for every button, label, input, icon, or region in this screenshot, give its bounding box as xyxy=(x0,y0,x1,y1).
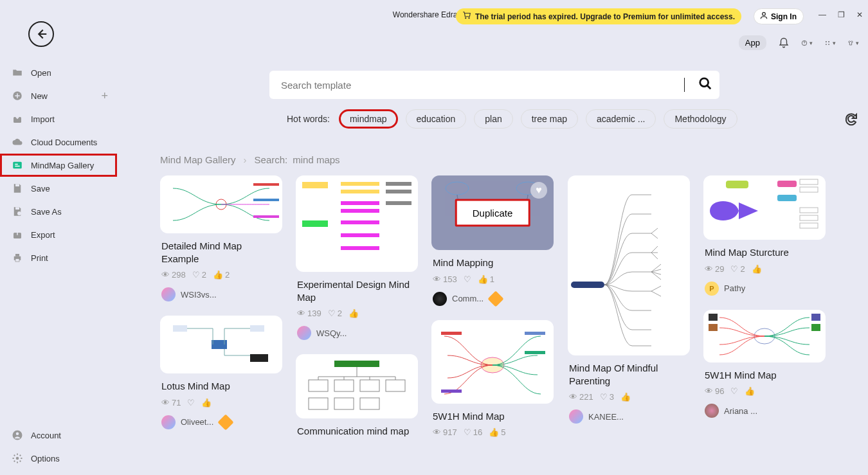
favorite-button[interactable]: ♥ xyxy=(530,182,547,199)
avatar: P xyxy=(705,282,719,296)
window-controls[interactable]: — ❐ ✕ xyxy=(818,10,863,19)
thumbnail[interactable] xyxy=(431,320,554,404)
likes-stat: 👍 xyxy=(348,309,359,318)
refresh-button[interactable] xyxy=(844,111,859,129)
gear-icon xyxy=(12,453,23,464)
sidebar-item-import[interactable]: Import xyxy=(0,107,117,130)
back-button[interactable] xyxy=(28,21,54,47)
maximize-icon[interactable]: ❐ xyxy=(838,10,845,19)
main: Hot words: mindmap education plan tree m… xyxy=(129,35,868,475)
hotword-plan[interactable]: plan xyxy=(474,109,512,129)
thumbnail[interactable] xyxy=(296,354,418,418)
search-input[interactable] xyxy=(269,80,684,91)
sidebar-item-saveas[interactable]: Save As xyxy=(0,200,117,223)
svg-rect-56 xyxy=(441,390,462,393)
sidebar-item-label: Save xyxy=(31,184,50,193)
hotword-education[interactable]: education xyxy=(406,109,467,129)
svg-rect-29 xyxy=(302,182,328,188)
likes-stat: 👍 xyxy=(201,398,212,408)
hearts-stat: ♡ xyxy=(464,274,471,284)
gallery-card[interactable]: Mind Map Of Mindful Parenting 👁221 ♡3 👍 … xyxy=(568,175,690,424)
minimize-icon[interactable]: — xyxy=(818,10,826,19)
svg-rect-23 xyxy=(253,199,279,201)
gallery-card[interactable]: Communication mind map xyxy=(296,354,418,438)
likes-stat: 👍 xyxy=(745,386,755,396)
hotword-treemap[interactable]: tree map xyxy=(521,109,578,129)
signin-label: Sign In xyxy=(771,12,797,21)
sidebar-item-account[interactable]: Account xyxy=(0,424,117,447)
gallery-card[interactable]: 5W1H Mind Map 👁917 ♡16 👍5 xyxy=(431,320,554,438)
views-stat: 👁29 xyxy=(705,264,724,274)
divider xyxy=(684,78,685,92)
hotword-mindmap[interactable]: mindmap xyxy=(339,109,398,129)
svg-rect-62 xyxy=(800,179,818,184)
gallery-card[interactable]: Mind Map Sturcture 👁29 ♡2 👍 P Pathy xyxy=(703,175,826,296)
thumbnail[interactable] xyxy=(703,175,826,240)
close-icon[interactable]: ✕ xyxy=(856,10,863,19)
svg-rect-34 xyxy=(341,209,379,213)
avatar xyxy=(433,292,447,306)
sidebar-item-save[interactable]: Save xyxy=(0,177,117,200)
sidebar-item-label: MindMap Gallery xyxy=(31,161,94,170)
thumbnail[interactable] xyxy=(568,175,690,355)
export-icon xyxy=(12,229,23,240)
sidebar-item-export[interactable]: Export xyxy=(0,223,117,246)
chevron-right-icon: › xyxy=(244,154,247,165)
card-stats: 👁917 ♡16 👍5 xyxy=(431,427,554,437)
hearts-stat: ♡2 xyxy=(730,264,745,274)
gallery-card[interactable]: Experimental Design Mind Map 👁139 ♡2 👍 W… xyxy=(296,175,418,340)
svg-rect-38 xyxy=(386,182,411,186)
card-author: Ariana ... xyxy=(703,404,826,418)
hotword-academic[interactable]: academic ... xyxy=(586,109,656,129)
gallery-card[interactable]: Lotus Mind Map 👁71 ♡ 👍 Oliveet... xyxy=(160,316,282,429)
sidebar-item-new[interactable]: New + xyxy=(0,84,117,107)
breadcrumb-root[interactable]: Mind Map Gallery xyxy=(160,154,236,165)
author-name: WSQy... xyxy=(316,328,347,338)
card-author: KANEE... xyxy=(568,409,690,424)
sidebar-item-open[interactable]: Open xyxy=(0,61,117,84)
search-bar xyxy=(269,71,719,99)
svg-point-19 xyxy=(16,457,19,460)
thumbnail[interactable]: ♥ Duplicate xyxy=(431,175,554,250)
gallery-card[interactable]: Detailed Mind Map Example 👁298 ♡2 👍2 WSI… xyxy=(160,175,282,301)
signin-button[interactable]: Sign In xyxy=(754,8,804,24)
card-title: Mind Map Of Mindful Parenting xyxy=(568,362,690,387)
add-icon[interactable]: + xyxy=(101,89,108,103)
svg-rect-59 xyxy=(726,181,748,188)
sidebar-item-print[interactable]: Print xyxy=(0,246,117,269)
svg-rect-65 xyxy=(800,215,818,220)
sidebar-item-gallery[interactable]: MindMap Gallery xyxy=(0,154,117,177)
gallery-card[interactable]: ♥ Duplicate Mind Mapping 👁153 ♡ 👍1 Comm.… xyxy=(431,175,554,306)
svg-rect-48 xyxy=(360,398,379,409)
svg-rect-37 xyxy=(341,246,379,250)
hotword-methodology[interactable]: Methodology xyxy=(664,109,737,129)
hearts-stat: ♡16 xyxy=(464,427,482,437)
card-title: Communication mind map xyxy=(296,425,418,438)
thumbnail[interactable] xyxy=(160,175,282,233)
search-button[interactable] xyxy=(691,76,719,93)
svg-rect-68 xyxy=(709,314,718,321)
sidebar-item-label: Save As xyxy=(31,207,62,217)
svg-point-0 xyxy=(763,12,766,15)
thumbnail[interactable] xyxy=(703,310,826,363)
svg-rect-42 xyxy=(309,380,328,391)
sidebar-item-label: Import xyxy=(31,114,55,124)
card-stats: 👁71 ♡ 👍 xyxy=(160,398,282,408)
svg-rect-63 xyxy=(800,187,818,192)
thumbnail[interactable] xyxy=(296,175,418,272)
likes-stat: 👍1 xyxy=(478,274,494,284)
breadcrumb: Mind Map Gallery › Search: mind maps xyxy=(160,154,868,165)
sidebar-item-options[interactable]: Options xyxy=(0,447,117,470)
sidebar-item-label: Print xyxy=(31,253,48,263)
thumbnail[interactable] xyxy=(160,316,282,373)
duplicate-button[interactable]: Duplicate xyxy=(455,199,530,227)
avatar xyxy=(161,287,176,301)
card-author: P Pathy xyxy=(703,282,826,296)
saveas-icon xyxy=(12,206,23,217)
user-icon xyxy=(759,11,768,22)
svg-rect-55 xyxy=(441,332,462,335)
card-author: WSQy... xyxy=(296,326,418,340)
gallery-card[interactable]: 5W1H Mind Map 👁96 ♡ 👍 Ariana ... xyxy=(703,310,826,418)
trial-banner[interactable]: The trial period has expired. Upgrade to… xyxy=(456,8,741,24)
sidebar-item-cloud[interactable]: Cloud Documents xyxy=(0,130,117,154)
